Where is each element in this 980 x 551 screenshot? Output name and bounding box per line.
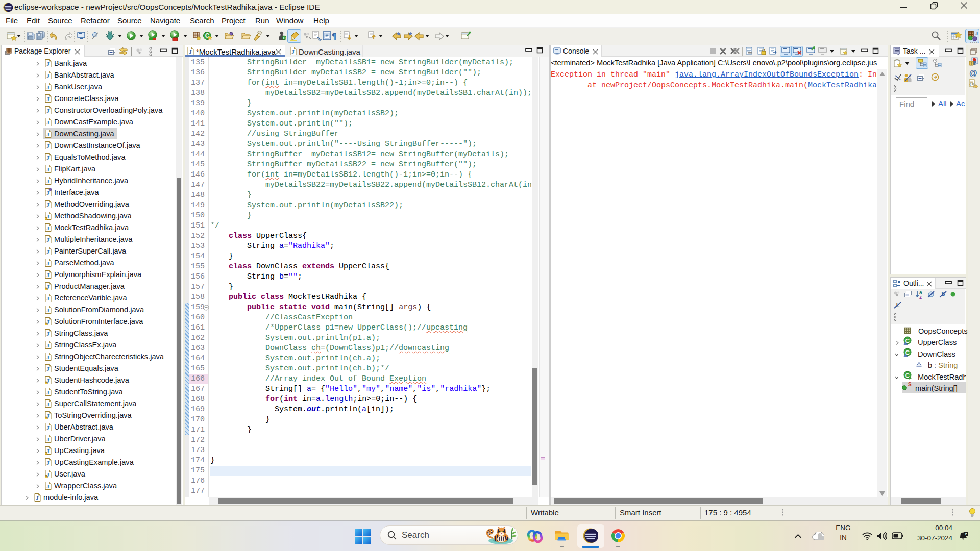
svg-text:J: J [46,342,50,348]
svg-text:J: J [46,330,50,336]
svg-text:J: J [46,389,50,395]
svg-text:J: J [46,459,50,465]
svg-text:J: J [46,142,50,148]
svg-text:J: J [46,95,50,102]
svg-text:J: J [46,483,50,489]
svg-text:J: J [46,307,50,313]
svg-text:J: J [46,354,50,360]
svg-text:J: J [46,424,50,430]
svg-text:J: J [46,201,50,207]
svg-text:J: J [46,436,50,442]
svg-text:J: J [46,189,50,195]
svg-text:J: J [46,271,50,278]
svg-text:J: J [46,260,50,266]
svg-text:J: J [46,178,50,184]
svg-text:J: J [46,72,50,78]
svg-text:J: J [46,154,50,160]
svg-text:z: z [965,532,967,536]
svg-text:J: J [36,494,39,500]
svg-text:J: J [46,224,50,231]
svg-text:!: ! [971,62,972,65]
svg-text:J: J [46,295,50,301]
svg-text:z: z [919,294,922,299]
svg-text:J: J [46,365,50,371]
svg-text:J: J [46,60,50,66]
svg-text:C: C [283,36,286,40]
svg-text:J: J [46,236,50,242]
svg-text:J: J [975,30,978,36]
svg-text:J: J [46,400,50,407]
svg-text:J: J [46,248,50,254]
svg-text:J: J [189,48,192,55]
svg-text:J: J [46,166,50,172]
svg-text:J: J [46,119,50,125]
svg-text:J: J [46,84,50,90]
svg-text:J: J [46,131,50,137]
svg-text:J: J [46,107,50,113]
svg-text:J: J [291,48,295,55]
